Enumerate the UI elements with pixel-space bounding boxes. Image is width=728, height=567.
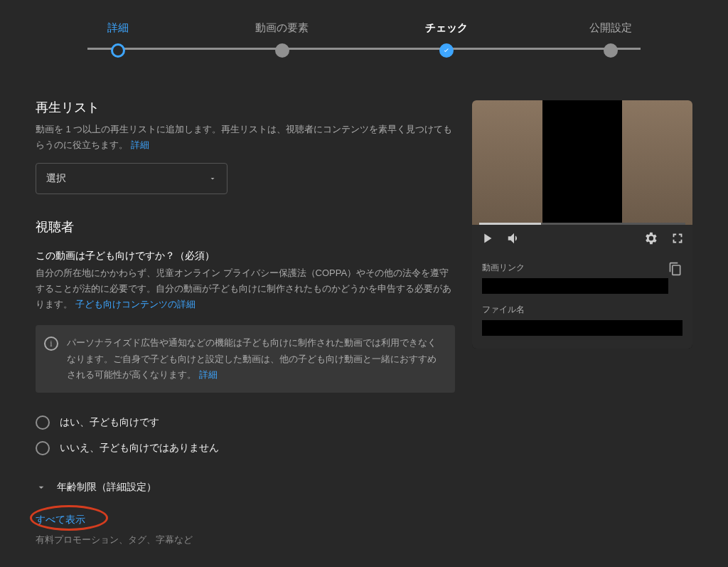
audience-question: この動画は子ども向けですか？（必須） [36,250,455,263]
step-dot-done [111,43,125,58]
fullscreen-icon[interactable] [670,230,685,246]
kids-content-learn-more-link[interactable]: 子ども向けコンテンツの詳細 [75,299,196,309]
step-checks[interactable]: チェック [364,21,528,58]
progress-bar[interactable] [479,223,685,225]
step-elements[interactable]: 動画の要素 [200,21,364,58]
file-name-label: ファイル名 [482,304,682,316]
radio-icon [36,441,50,455]
step-dot [604,43,618,58]
playlist-learn-more-link[interactable]: 詳細 [131,139,149,150]
playlist-desc: 動画を 1 つ以上の再生リストに追加します。再生リストは、視聴者にコンテンツを素… [36,122,455,153]
copy-icon[interactable] [668,262,682,276]
step-label: 詳細 [107,21,129,35]
radio-yes-kids[interactable]: はい、子ども向けです [36,410,455,435]
check-icon [442,46,451,55]
audience-title: 視聴者 [36,218,455,235]
upload-stepper: 詳細 動画の要素 チェック 公開設定 [0,0,728,79]
file-name-value [482,320,682,336]
video-preview-card: 動画リンク ファイル名 [472,100,692,349]
chevron-down-icon [36,482,47,493]
main-form: 再生リスト 動画を 1 つ以上の再生リストに追加します。再生リストは、視聴者にコ… [36,79,455,546]
volume-icon[interactable] [506,230,522,246]
info-icon: i [44,337,58,351]
playlist-select[interactable]: 選択 [36,163,228,194]
show-all-link[interactable]: すべて表示 [36,514,85,526]
step-label: 動画の要素 [255,21,309,35]
chevron-down-icon [208,174,217,183]
age-restriction-expand[interactable]: 年齢制限（詳細設定） [36,481,455,494]
select-value: 選択 [46,172,66,185]
step-details[interactable]: 詳細 [36,21,200,58]
playlist-title: 再生リスト [36,99,455,116]
audience-radio-group: はい、子ども向けです いいえ、子ども向けではありません [36,410,455,461]
video-thumbnail[interactable] [472,100,692,225]
info-learn-more-link[interactable]: 詳細 [199,369,218,380]
video-content-mask [542,100,622,225]
kids-info-box: i パーソナライズド広告や通知などの機能は子ども向けに制作された動画では利用でき… [36,325,455,392]
gear-icon[interactable] [643,230,658,246]
step-visibility[interactable]: 公開設定 [528,21,692,58]
show-all-note: 有料プロモーション、タグ、字幕など [36,534,455,546]
radio-icon [36,415,50,430]
video-controls [472,225,692,252]
preview-panel: 動画リンク ファイル名 [472,100,692,546]
video-link-value[interactable] [482,278,668,294]
step-dot-active [439,43,454,58]
audience-desc: 自分の所在地にかかわらず、児童オンライン プライバシー保護法（COPPA）やその… [36,265,455,312]
step-label: 公開設定 [589,21,632,35]
step-label: チェック [425,21,468,35]
video-link-label: 動画リンク [482,262,668,274]
step-dot [275,43,289,58]
radio-no-kids[interactable]: いいえ、子ども向けではありません [36,435,455,461]
play-icon[interactable] [479,230,495,246]
